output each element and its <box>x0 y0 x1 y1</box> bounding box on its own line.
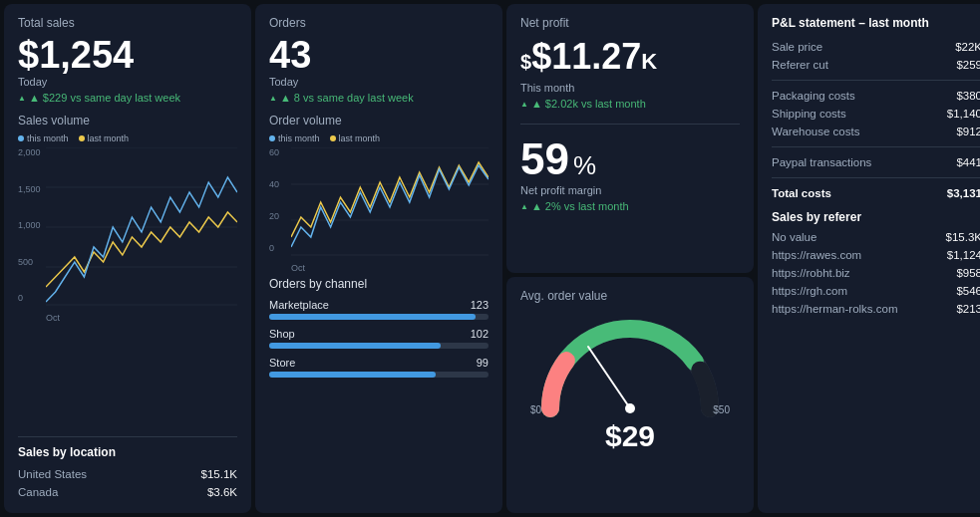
orders-by-channel-title: Orders by channel <box>269 277 489 291</box>
pl-warehouse: Warehouse costs $912 <box>772 123 980 140</box>
net-profit-value: $$11.27K <box>520 36 657 77</box>
orders-trend: ▲ 8 vs same day last week <box>269 92 489 104</box>
net-profit-period: This month <box>520 82 740 94</box>
o-y-40: 40 <box>269 179 279 189</box>
pl-packaging: Packaging costs $380 <box>772 87 980 105</box>
net-margin-label: Net profit margin <box>520 184 740 196</box>
orders-volume-chart <box>291 147 489 257</box>
net-profit-trend: ▲ $2.02k vs last month <box>520 98 740 110</box>
pl-paypal: Paypal transactions $441 <box>772 153 980 171</box>
total-sales-card: Total sales $1,254 Today ▲ $229 vs same … <box>4 4 251 513</box>
sales-volume-title: Sales volume <box>18 114 237 128</box>
pl-card: P&L statement – last month Sale price $2… <box>758 4 980 513</box>
avg-order-card: Avg. order value $0 $50 $29 <box>506 277 754 514</box>
orders-period: Today <box>269 76 489 88</box>
gauge-min: $0 <box>530 404 541 415</box>
pl-shipping: Shipping costs $1,140 <box>772 105 980 123</box>
referer-rgh: https://rgh.com $546 <box>772 282 980 300</box>
channel-store-value: 99 <box>477 357 489 369</box>
net-profit-title: Net profit <box>520 16 740 30</box>
y-label-500: 500 <box>18 257 41 267</box>
y-label-1500: 1,500 <box>18 184 41 194</box>
avg-order-value: $29 <box>605 419 655 452</box>
o-y-20: 20 <box>269 211 279 221</box>
channel-shop-label: Shop <box>269 328 295 340</box>
gauge-max: $50 <box>713 404 730 415</box>
o-y-0: 0 <box>269 243 279 253</box>
channel-marketplace-value: 123 <box>471 299 489 311</box>
y-label-0: 0 <box>18 293 41 303</box>
total-sales-period: Today <box>18 76 237 88</box>
sales-x-label: Oct <box>46 313 237 323</box>
avg-order-title: Avg. order value <box>520 289 740 303</box>
referer-no-value: No value $15.3K <box>772 228 980 246</box>
sales-by-location-title: Sales by location <box>18 445 237 459</box>
orders-card: Orders 43 Today ▲ 8 vs same day last wee… <box>255 4 502 513</box>
pl-total: Total costs $3,131 <box>772 184 980 202</box>
channel-shop: Shop 102 <box>269 328 489 349</box>
location-ca: Canada $3.6K <box>18 483 237 501</box>
referer-section-title: Sales by referer <box>772 210 980 224</box>
y-label-1000: 1,000 <box>18 220 41 230</box>
location-us: United States $15.1K <box>18 465 237 483</box>
total-sales-value: $1,254 <box>18 36 237 74</box>
channel-store-bar <box>269 372 436 378</box>
channel-shop-bar <box>269 343 441 349</box>
order-volume-title: Order volume <box>269 114 489 128</box>
referer-robht: https://robht.biz $958 <box>772 264 980 282</box>
referer-herman: https://herman-rolks.com $213 <box>772 300 980 318</box>
svg-line-9 <box>588 347 630 408</box>
pl-sale-price: Sale price $22K <box>772 38 980 56</box>
gauge-chart <box>530 309 730 418</box>
channel-marketplace-label: Marketplace <box>269 299 329 311</box>
orders-chart-legend: this month last month <box>269 133 489 143</box>
orders-title: Orders <box>269 16 489 30</box>
sales-volume-chart <box>46 147 237 307</box>
net-profit-card: Net profit $$11.27K This month ▲ $2.02k … <box>506 4 754 273</box>
orders-x-label: Oct <box>291 263 489 273</box>
net-margin-value: 59 <box>520 134 569 184</box>
net-margin-suffix: % <box>573 150 596 181</box>
channel-store: Store 99 <box>269 357 489 378</box>
channel-store-label: Store <box>269 357 295 369</box>
total-sales-title: Total sales <box>18 16 237 30</box>
o-y-60: 60 <box>269 147 279 157</box>
gauge-container: $0 $50 $29 <box>520 309 740 453</box>
channel-marketplace-bar <box>269 314 476 320</box>
sales-chart-legend: this month last month <box>18 133 237 143</box>
y-label-2000: 2,000 <box>18 147 41 157</box>
total-sales-trend: ▲ $229 vs same day last week <box>18 92 237 104</box>
channel-shop-value: 102 <box>471 328 489 340</box>
gauge-labels: $0 $50 <box>520 404 740 415</box>
pl-referer-cut: Referer cut $259 <box>772 56 980 74</box>
referer-rawes: https://rawes.com $1,124 <box>772 246 980 264</box>
orders-value: 43 <box>269 36 489 74</box>
channel-marketplace: Marketplace 123 <box>269 299 489 320</box>
net-margin-trend: ▲ 2% vs last month <box>520 200 740 212</box>
pl-title: P&L statement – last month <box>772 16 980 30</box>
